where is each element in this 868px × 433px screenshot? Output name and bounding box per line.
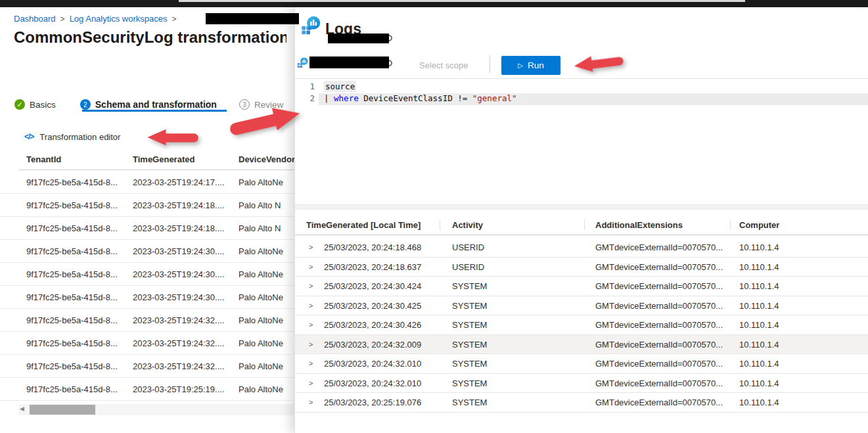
result-row[interactable]: > 25/03/2023, 20:24:30.425 SYSTEM GMTdev… [295, 296, 868, 316]
result-row[interactable]: > 25/03/2023, 20:24:18.637 USERID GMTdev… [295, 258, 868, 277]
devicevendor-cell: Palo AltoNe [239, 177, 283, 187]
timegenerated-cell: 25/03/2023, 20:24:32.010 [324, 359, 421, 369]
timegenerated-cell: 2023-03-25T19:24:30.... [133, 292, 225, 302]
computer-cell: 10.110.1.4 [739, 262, 779, 271]
tenantid-cell: 9f17fc25-be5a-415d-8... [26, 200, 118, 210]
preview-table-header: TenantId TimeGenerated DeviceVendor [0, 154, 302, 168]
activity-cell: USERID [452, 262, 484, 271]
additionalextensions-cell: GMTdeviceExternalId=0070570... [595, 242, 723, 252]
table-row: 9f17fc25-be5a-415d-8... 2023-03-25T19:24… [0, 263, 302, 286]
tenantid-cell: 9f17fc25-be5a-415d-8... [26, 177, 118, 187]
devicevendor-cell: Palo AltoNe [239, 269, 283, 279]
breadcrumb: Dashboard>Log Analytics workspaces> [14, 14, 181, 25]
table-row: 9f17fc25-be5a-415d-8... 2023-03-25T19:24… [0, 286, 302, 309]
redacted-workspace-subtitle [328, 34, 389, 43]
column-header-computer[interactable]: Computer [739, 220, 779, 230]
redacted-workspace-name [206, 13, 299, 24]
activity-cell: SYSTEM [452, 300, 487, 310]
run-button-label: Run [528, 60, 544, 70]
tab-basics[interactable]: ✓ Basics [14, 99, 56, 110]
column-header-timegenerated-local[interactable]: TimeGenerated [Local Time] [306, 220, 421, 230]
breadcrumb-separator: > [171, 14, 176, 24]
timegenerated-cell: 25/03/2023, 20:24:30.424 [324, 281, 421, 291]
tab-schema-and-transformation[interactable]: 2 Schema and transformation [80, 99, 217, 110]
timegenerated-cell: 2023-03-25T19:24:18.... [133, 200, 225, 210]
row-expand-chevron-icon[interactable]: > [309, 263, 313, 271]
timegenerated-cell: 25/03/2023, 20:24:18.637 [324, 262, 421, 271]
query-line-1: source [324, 81, 356, 91]
play-icon: ▷ [518, 62, 523, 69]
timegenerated-cell: 2023-03-25T19:24:32.... [133, 361, 225, 371]
redacted-query-tab-title [309, 57, 389, 68]
transformation-editor-link[interactable]: </> Transformation editor [24, 131, 120, 143]
additionalextensions-cell: GMTdeviceExternalId=0070570... [595, 320, 723, 330]
additionalextensions-cell: GMTdeviceExternalId=0070570... [595, 378, 723, 388]
timegenerated-cell: 2023-03-25T19:24:32.... [133, 315, 225, 325]
active-tab-underline [82, 110, 227, 112]
table-row: 9f17fc25-be5a-415d-8... 2023-03-25T19:24… [0, 309, 302, 332]
scrollbar-left-arrow-icon[interactable]: ◀ [20, 405, 24, 412]
tenantid-cell: 9f17fc25-be5a-415d-8... [26, 384, 118, 394]
annotation-arrow-transformation-editor [145, 128, 202, 147]
timegenerated-cell: 25/03/2023, 20:24:30.426 [324, 320, 421, 330]
devicevendor-cell: Palo AltoNe [239, 246, 283, 256]
devicevendor-cell: Palo AltoNe [239, 315, 283, 325]
result-row[interactable]: > 25/03/2023, 20:24:32.010 SYSTEM GMTdev… [295, 354, 868, 374]
result-row[interactable]: > 25/03/2023, 20:24:32.010 SYSTEM GMTdev… [295, 374, 868, 394]
run-button[interactable]: ▷ Run [501, 56, 560, 75]
devicevendor-cell: Palo AltoNe [239, 338, 283, 348]
additionalextensions-cell: GMTdeviceExternalId=0070570... [595, 339, 723, 349]
row-expand-chevron-icon[interactable]: > [309, 340, 313, 348]
table-row: 9f17fc25-be5a-415d-8... 2023-03-25T19:24… [0, 217, 302, 240]
column-header-additionalextensions[interactable]: AdditionalExtensions [595, 220, 683, 230]
devicevendor-cell: Palo Alto N [239, 200, 281, 210]
tenantid-cell: 9f17fc25-be5a-415d-8... [26, 269, 118, 279]
row-expand-chevron-icon[interactable]: > [309, 398, 313, 406]
column-header-activity[interactable]: Activity [452, 220, 483, 230]
column-separator [440, 219, 440, 230]
line-number-2: 2 [299, 93, 315, 103]
query-editor[interactable]: 1 2 source | where DeviceEventClassID !=… [295, 80, 868, 119]
row-expand-chevron-icon[interactable]: > [309, 302, 313, 309]
computer-cell: 10.110.1.4 [739, 320, 779, 330]
scrollbar-thumb[interactable] [30, 405, 95, 415]
table-header-divider [18, 170, 301, 170]
select-scope-button[interactable]: Select scope [419, 60, 468, 70]
results-splitter-handle[interactable] [295, 204, 868, 210]
timegenerated-cell: 2023-03-25T19:24:18.... [133, 223, 225, 233]
breadcrumb-link-workspaces[interactable]: Log Analytics workspaces [70, 14, 168, 24]
row-expand-chevron-icon[interactable]: > [309, 321, 313, 329]
column-header-timegenerated: TimeGenerated [133, 154, 194, 164]
devicevendor-cell: Palo AltoNe [239, 384, 283, 394]
row-expand-chevron-icon[interactable]: > [309, 282, 313, 290]
toolbar-bottom-border [295, 78, 868, 79]
result-row[interactable]: > 25/03/2023, 20:24:18.468 USERID GMTdev… [295, 238, 868, 258]
tenantid-cell: 9f17fc25-be5a-415d-8... [26, 223, 118, 233]
timegenerated-cell: 2023-03-25T19:24:32.... [133, 338, 225, 348]
computer-cell: 10.110.1.4 [739, 281, 779, 291]
row-expand-chevron-icon[interactable]: > [309, 359, 313, 367]
additionalextensions-cell: GMTdeviceExternalId=0070570... [595, 300, 723, 310]
breadcrumb-separator: > [60, 14, 65, 24]
results-rows: > 25/03/2023, 20:24:18.468 USERID GMTdev… [295, 238, 868, 413]
step-3-circle-icon: 3 [239, 99, 250, 110]
timegenerated-cell: 2023-03-25T19:24:30.... [133, 269, 225, 279]
devicevendor-cell: Palo AltoNe [239, 361, 283, 371]
result-row[interactable]: > 25/03/2023, 20:24:30.424 SYSTEM GMTdev… [295, 277, 868, 296]
results-header: TimeGenerated [Local Time] Activity Addi… [295, 217, 868, 235]
computer-cell: 10.110.1.4 [739, 242, 779, 252]
result-row[interactable]: > 25/03/2023, 20:24:30.426 SYSTEM GMTdev… [295, 315, 868, 335]
breadcrumb-link-dashboard[interactable]: Dashboard [14, 14, 56, 24]
browser-top-bar-strip [179, 0, 745, 2]
row-expand-chevron-icon[interactable]: > [309, 243, 313, 251]
activity-cell: USERID [452, 242, 484, 252]
page-title: CommonSecurityLog transformation [14, 28, 286, 49]
row-expand-chevron-icon[interactable]: > [309, 379, 313, 387]
result-row[interactable]: > 25/03/2023, 20:25:19.076 SYSTEM GMTdev… [295, 393, 868, 413]
logs-icon [301, 16, 321, 35]
step-2-circle-icon: 2 [80, 99, 91, 110]
timegenerated-cell: 25/03/2023, 20:25:19.076 [324, 398, 421, 407]
result-row[interactable]: > 25/03/2023, 20:24:32.009 SYSTEM GMTdev… [295, 335, 868, 355]
timegenerated-cell: 25/03/2023, 20:24:32.010 [324, 378, 421, 388]
line-number-1: 1 [299, 81, 315, 91]
